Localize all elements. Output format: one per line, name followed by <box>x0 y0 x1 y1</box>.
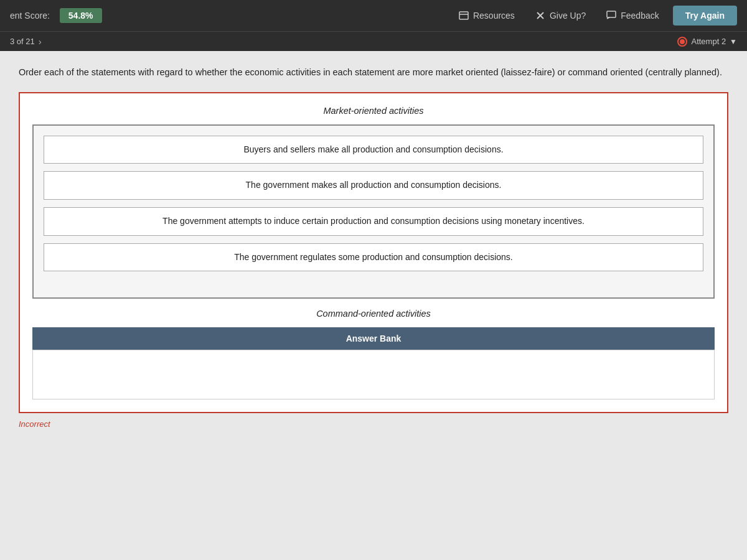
feedback-button[interactable]: Feedback <box>599 6 665 25</box>
drag-card-4[interactable]: The government regulates some production… <box>44 243 703 272</box>
score-badge: 54.8% <box>60 8 102 23</box>
attempt-dropdown-arrow[interactable]: ▼ <box>730 37 737 46</box>
give-up-label: Give Up? <box>550 11 586 21</box>
svg-rect-4 <box>607 11 616 17</box>
main-content: Order each of the statements with regard… <box>0 51 747 560</box>
drag-card-1[interactable]: Buyers and sellers make all production a… <box>44 136 703 164</box>
command-label: Command-oriented activities <box>32 309 715 319</box>
resources-icon <box>458 10 469 21</box>
pagination-text: 3 of 21 <box>10 37 35 46</box>
market-label: Market-oriented activities <box>32 106 715 116</box>
next-chevron[interactable]: › <box>39 36 42 47</box>
score-label: ent Score: <box>10 11 50 21</box>
answer-bank-header: Answer Bank <box>32 327 715 350</box>
give-up-button[interactable]: Give Up? <box>529 6 592 25</box>
top-bar: ent Score: 54.8% Resources Give Up? Fee <box>0 0 747 31</box>
give-up-icon <box>535 10 546 21</box>
drag-card-2[interactable]: The government makes all production and … <box>44 171 703 200</box>
market-zone[interactable]: Buyers and sellers make all production a… <box>32 124 715 299</box>
attempt-badge: Attempt 2 ▼ <box>677 37 737 47</box>
answer-bank-body[interactable] <box>32 350 715 399</box>
try-again-button[interactable]: Try Again <box>673 6 737 26</box>
attempt-icon <box>677 37 687 47</box>
sub-bar: 3 of 21 › Attempt 2 ▼ <box>0 31 747 51</box>
feedback-icon <box>606 10 617 21</box>
incorrect-label: Incorrect <box>19 419 728 429</box>
svg-rect-0 <box>459 12 468 19</box>
resources-label: Resources <box>473 11 515 21</box>
question-box: Market-oriented activities Buyers and se… <box>19 92 728 413</box>
attempt-label: Attempt 2 <box>691 37 726 46</box>
drag-card-2-text: The government makes all production and … <box>246 180 502 190</box>
drag-card-3-text: The government attempts to induce certai… <box>162 216 585 226</box>
drag-card-3[interactable]: The government attempts to induce certai… <box>44 207 703 236</box>
question-text: Order each of the statements with regard… <box>19 66 728 80</box>
resources-button[interactable]: Resources <box>452 6 521 25</box>
drag-card-1-text: Buyers and sellers make all production a… <box>243 144 503 154</box>
pagination: 3 of 21 › <box>10 36 42 47</box>
drag-card-4-text: The government regulates some production… <box>234 252 512 262</box>
feedback-label: Feedback <box>621 11 659 21</box>
